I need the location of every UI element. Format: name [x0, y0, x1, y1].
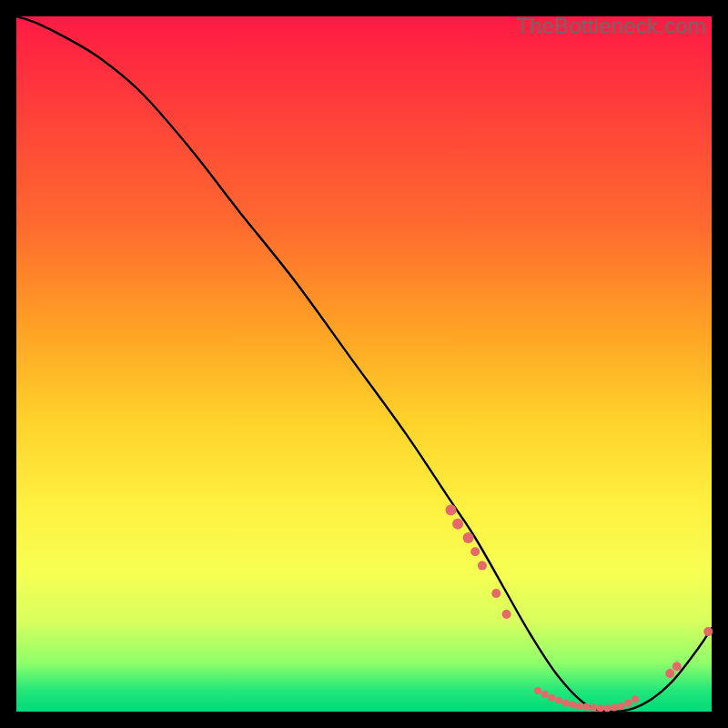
chart-stage: TheBottleneck.com	[0, 0, 728, 728]
data-point	[703, 627, 713, 636]
data-point	[452, 519, 463, 530]
data-point	[491, 589, 500, 598]
data-point	[502, 610, 511, 619]
data-point	[672, 662, 682, 671]
data-point	[463, 532, 474, 543]
data-point	[611, 703, 618, 711]
data-point	[665, 669, 674, 678]
data-point	[534, 687, 541, 694]
data-point	[478, 561, 487, 571]
data-point	[555, 697, 562, 704]
data-point	[597, 704, 604, 712]
data-point	[590, 703, 597, 711]
data-point	[569, 701, 576, 708]
data-point	[446, 504, 457, 515]
data-point	[470, 547, 480, 556]
data-point	[548, 694, 555, 702]
data-point	[603, 704, 611, 712]
data-point	[562, 700, 570, 707]
data-point	[583, 703, 591, 711]
data-point	[541, 691, 549, 698]
curve-layer	[16, 16, 712, 712]
plot-area: TheBottleneck.com	[16, 16, 712, 712]
data-point	[632, 695, 639, 703]
data-point	[618, 703, 625, 710]
data-point	[624, 700, 632, 707]
data-point	[576, 703, 583, 710]
bottleneck-curve	[16, 16, 712, 712]
